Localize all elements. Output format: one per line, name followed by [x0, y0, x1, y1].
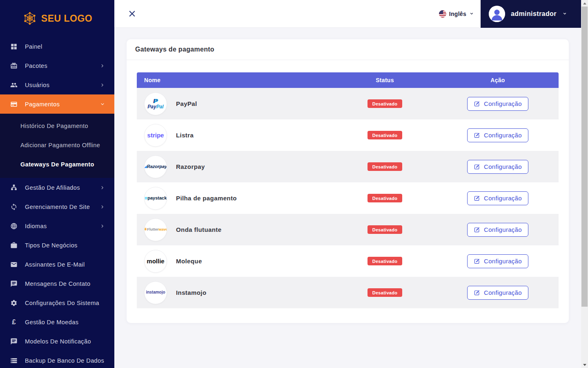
gateway-row-paystack: ≡ paystack Pilha de pagamento Desativado… — [137, 182, 559, 214]
gateway-name: PayPal — [176, 100, 197, 107]
status-badge: Desativado — [368, 194, 403, 202]
status-badge: Desativado — [368, 257, 403, 265]
gateway-row-mollie: mollie Moleque Desativado Configuração — [137, 245, 559, 277]
edit-icon — [474, 227, 480, 233]
status-badge: Desativado — [368, 225, 403, 234]
chat-icon — [10, 280, 18, 288]
gateway-name: Moleque — [176, 258, 202, 265]
gear-icon — [10, 299, 18, 307]
sidebar-item-label: Gestão De Moedas — [25, 319, 105, 325]
chevron-right-icon — [100, 223, 105, 229]
stripe-logo: stripe — [144, 124, 167, 147]
pound-icon: £ — [10, 318, 18, 326]
gateway-row-stripe: stripe Listra Desativado Configuração — [137, 119, 559, 151]
sidebar-item-modelos-de-notificacao[interactable]: Modelos De Notificação — [0, 332, 114, 351]
configuracao-button[interactable]: Configuração — [467, 160, 528, 174]
page-title: Gateways de pagamento — [135, 46, 214, 53]
topbar: Inglês administrador — [114, 0, 588, 28]
configuracao-button[interactable]: Configuração — [467, 128, 528, 142]
chevron-right-icon — [100, 82, 105, 88]
status-badge: Desativado — [368, 99, 403, 108]
us-flag-icon — [439, 10, 446, 18]
gateway-row-razorpay: ◢Razorpay Razorpay Desativado Configuraç… — [137, 151, 559, 182]
configuracao-button[interactable]: Configuração — [467, 223, 528, 237]
chevron-right-icon — [100, 204, 105, 210]
scrollbar-down-arrow[interactable] — [581, 361, 588, 368]
sidebar-item-assinantes-de-email[interactable]: Assinantes De E-Mail — [0, 255, 114, 274]
language-selector[interactable]: Inglês — [439, 10, 474, 18]
chevron-down-icon — [100, 101, 105, 107]
sidebar-item-label: Idiomas — [25, 223, 100, 229]
sidebar-item-label: Mensagens De Contato — [25, 280, 105, 287]
scrollbar-thumb[interactable] — [581, 7, 588, 307]
grid-icon — [10, 43, 18, 51]
gift-icon — [10, 62, 18, 70]
edit-icon — [474, 132, 480, 139]
submenu-item-adicionar-pagamento-offline[interactable]: Adicionar Pagamento Offline — [0, 135, 114, 155]
sidebar-nav: Painel Pacotes Usuários Pagamentos Histó… — [0, 37, 114, 368]
edit-icon — [474, 195, 480, 202]
main-content: Gateways de pagamento Nome Status Ação P… — [114, 28, 588, 368]
sidebar-toggle-close-button[interactable] — [127, 9, 137, 19]
gateways-card: Gateways de pagamento Nome Status Ação P… — [127, 39, 569, 323]
sidebar-item-idiomas[interactable]: Idiomas — [0, 216, 114, 236]
sidebar-item-label: Gestão De Afiliados — [25, 184, 100, 191]
gateway-row-instamojo: instamojo Instamojo Desativado Configura… — [137, 277, 559, 308]
chevron-right-icon — [100, 185, 105, 191]
sidebar-item-backup-de-banco-de-dados[interactable]: Backup De Banco De Dados — [0, 351, 114, 368]
envelope-icon — [10, 260, 18, 269]
sidebar-item-label: Configurações Do Sistema — [25, 300, 105, 306]
status-badge: Desativado — [368, 288, 403, 297]
globe-icon — [10, 222, 18, 230]
configuracao-button[interactable]: Configuração — [467, 191, 528, 205]
sidebar-item-pagamentos[interactable]: Pagamentos — [0, 94, 114, 114]
sidebar-item-tipos-de-negocios[interactable]: Tipos De Negócios — [0, 236, 114, 255]
paystack-logo: ≡ paystack — [144, 187, 167, 210]
gateway-name: Instamojo — [176, 289, 206, 296]
sitemap-icon — [10, 184, 18, 192]
page-scrollbar[interactable] — [581, 0, 588, 368]
gateway-name: Razorpay — [176, 163, 205, 170]
gateway-row-paypal: PPPayPal PayPal Desativado Configuração — [137, 88, 559, 119]
logo[interactable]: SEU LOGO — [0, 0, 114, 37]
logo-text: SEU LOGO — [41, 13, 92, 24]
sidebar-item-configuracoes-do-sistema[interactable]: Configurações Do Sistema — [0, 293, 114, 312]
edit-icon — [474, 258, 480, 265]
sidebar-item-mensagens-de-contato[interactable]: Mensagens De Contato — [0, 274, 114, 293]
submenu-item-gateways-de-pagamento[interactable]: Gateways De Pagamento — [0, 155, 114, 174]
sidebar-item-gestao-de-moedas[interactable]: £ Gestão De Moedas — [0, 312, 114, 332]
configuracao-button[interactable]: Configuração — [467, 254, 528, 268]
configuracao-button[interactable]: Configuração — [467, 286, 528, 300]
configuracao-button[interactable]: Configuração — [467, 97, 528, 111]
chevron-down-icon — [469, 11, 474, 16]
chevron-down-icon — [562, 11, 567, 16]
sidebar-item-label: Pagamentos — [25, 101, 100, 108]
edit-icon — [474, 289, 480, 296]
sidebar-item-usuarios[interactable]: Usuários — [0, 75, 114, 94]
sidebar-item-label: Pacotes — [25, 63, 100, 69]
sidebar-item-label: Modelos De Notificação — [25, 338, 105, 345]
submenu-item-label: Gateways De Pagamento — [20, 161, 114, 168]
sidebar-item-pacotes[interactable]: Pacotes — [0, 56, 114, 75]
column-header-acao: Ação — [437, 77, 559, 83]
users-icon — [10, 81, 18, 89]
paypal-logo: PPPayPal — [144, 92, 167, 115]
database-icon — [10, 357, 18, 365]
sidebar-item-painel[interactable]: Painel — [0, 37, 114, 56]
scrollbar-up-arrow[interactable] — [581, 0, 588, 7]
briefcase-icon — [10, 241, 18, 249]
edit-icon — [474, 164, 480, 170]
logo-network-icon — [22, 11, 38, 26]
sidebar-item-label: Gerenciamento De Site — [25, 204, 100, 210]
gateway-row-flutterwave: ✳Flutterwave Onda flutuante Desativado C… — [137, 214, 559, 245]
gateway-name: Listra — [176, 132, 194, 139]
sidebar-item-label: Painel — [25, 43, 105, 50]
column-header-status: Status — [333, 77, 437, 83]
credit-card-icon — [10, 100, 18, 108]
submenu-item-historico-de-pagamento[interactable]: Histórico De Pagamento — [0, 116, 114, 135]
user-menu[interactable]: administrador — [481, 0, 581, 28]
sidebar-item-gerenciamento-de-site[interactable]: Gerenciamento De Site — [0, 197, 114, 216]
payments-submenu: Histórico De Pagamento Adicionar Pagamen… — [0, 114, 114, 178]
sidebar-item-gestao-de-afiliados[interactable]: Gestão De Afiliados — [0, 178, 114, 197]
instamojo-logo: instamojo — [144, 281, 167, 304]
